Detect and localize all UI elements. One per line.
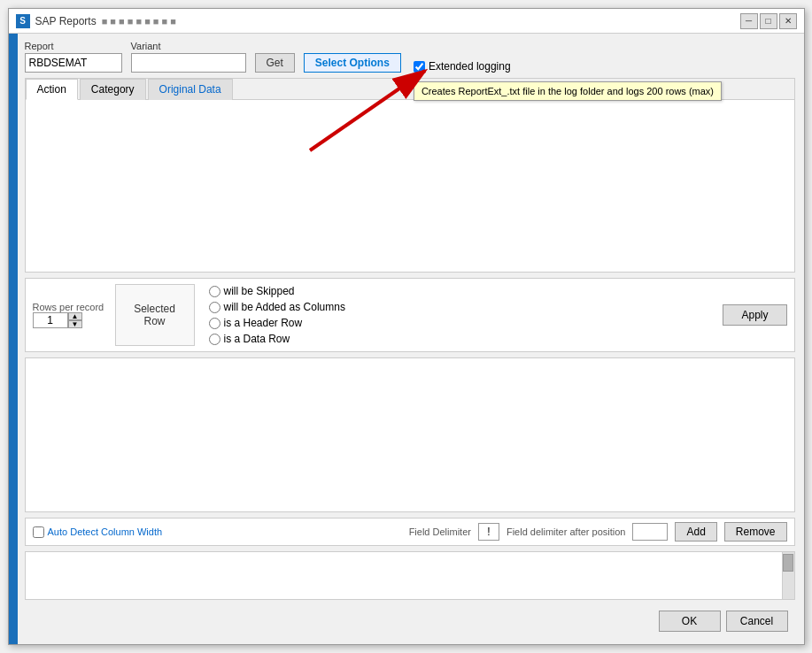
- radio-data-row[interactable]: is a Data Row: [209, 333, 345, 345]
- auto-detect-checkbox[interactable]: [33, 526, 44, 538]
- window-controls: ─ □ ✕: [740, 13, 797, 29]
- get-button[interactable]: Get: [255, 53, 295, 73]
- top-row: Report RBDSEMAT Variant Get Select Optio…: [25, 41, 795, 73]
- rows-per-record-input[interactable]: 1: [33, 312, 68, 328]
- tab-category[interactable]: Category: [80, 79, 146, 100]
- report-input[interactable]: RBDSEMAT: [25, 53, 122, 73]
- radio-add-columns[interactable]: will be Added as Columns: [209, 301, 345, 313]
- tab-content: [26, 100, 794, 272]
- radio-skip-input[interactable]: [209, 286, 220, 297]
- log-scrollbar[interactable]: [782, 552, 794, 599]
- tabs-area: Action Category Original Data: [25, 78, 795, 273]
- radio-options: will be Skipped will be Added as Columns…: [209, 285, 345, 345]
- remove-button[interactable]: Remove: [724, 522, 787, 542]
- data-area: [25, 357, 795, 512]
- apply-btn-container: Apply: [723, 304, 786, 326]
- auto-detect-label[interactable]: Auto Detect Column Width: [48, 526, 163, 537]
- spinner-down[interactable]: ▼: [68, 320, 82, 328]
- footer: OK Cancel: [25, 605, 795, 637]
- extended-logging-group: Extended logging Creates ReportExt_.txt …: [414, 60, 511, 73]
- close-button[interactable]: ✕: [779, 13, 797, 29]
- log-area: [25, 551, 795, 600]
- rows-per-record-section: Rows per record 1 ▲ ▼ Selected Row will …: [25, 278, 795, 352]
- spinner-buttons: ▲ ▼: [68, 312, 82, 328]
- after-position-input[interactable]: [632, 523, 668, 541]
- rows-per-record-label: Rows per record: [33, 302, 112, 312]
- extended-logging-label[interactable]: Extended logging: [429, 60, 511, 73]
- radio-header-row[interactable]: is a Header Row: [209, 317, 345, 329]
- auto-detect-group: Auto Detect Column Width: [33, 526, 163, 538]
- add-button[interactable]: Add: [675, 522, 716, 542]
- cancel-button[interactable]: Cancel: [726, 611, 788, 632]
- selected-row-label: Selected Row: [115, 284, 195, 346]
- report-field-group: Report RBDSEMAT: [25, 41, 122, 73]
- window-icon: S: [16, 14, 30, 28]
- extended-logging-checkbox[interactable]: [414, 61, 425, 73]
- radio-header-row-input[interactable]: [209, 318, 220, 329]
- bottom-bar: Auto Detect Column Width Field Delimiter…: [25, 518, 795, 546]
- variant-label: Variant: [131, 41, 246, 51]
- radio-skip[interactable]: will be Skipped: [209, 285, 345, 297]
- report-label: Report: [25, 41, 122, 51]
- ok-button[interactable]: OK: [659, 611, 721, 632]
- title-bar: S SAP Reports ■ ■ ■ ■ ■ ■ ■ ■ ■ ─ □ ✕: [9, 9, 804, 34]
- radio-add-columns-input[interactable]: [209, 302, 220, 313]
- variant-input[interactable]: [131, 53, 246, 73]
- minimize-button[interactable]: ─: [740, 13, 758, 29]
- maximize-button[interactable]: □: [760, 13, 777, 29]
- field-delimiter-label: Field Delimiter: [409, 526, 471, 537]
- spinner-up[interactable]: ▲: [68, 312, 82, 320]
- field-delimiter-input[interactable]: !: [478, 523, 499, 541]
- scrollbar-thumb[interactable]: [783, 554, 793, 572]
- extended-logging-tooltip: Creates ReportExt_.txt file in the log f…: [414, 81, 722, 101]
- apply-button[interactable]: Apply: [723, 304, 786, 326]
- radio-data-row-input[interactable]: [209, 334, 220, 345]
- title-blur: ■ ■ ■ ■ ■ ■ ■ ■ ■: [102, 16, 176, 27]
- after-position-label: Field delimiter after position: [507, 526, 626, 537]
- spinner-row: 1 ▲ ▼: [33, 312, 82, 328]
- select-options-button[interactable]: Select Options: [304, 53, 401, 73]
- window-title: SAP Reports: [35, 15, 97, 27]
- tab-action[interactable]: Action: [26, 79, 78, 100]
- tab-original-data[interactable]: Original Data: [148, 79, 233, 100]
- variant-field-group: Variant: [131, 41, 246, 73]
